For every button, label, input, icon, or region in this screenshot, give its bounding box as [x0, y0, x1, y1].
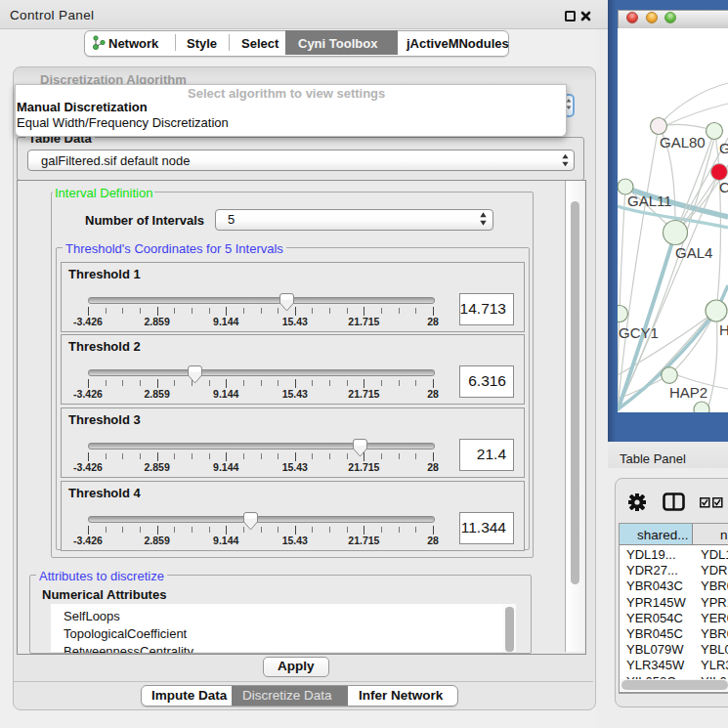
svg-text:GCY1: GCY1: [619, 324, 659, 341]
svg-text:GAL4: GAL4: [675, 244, 712, 261]
svg-text:GAL80: GAL80: [660, 134, 706, 150]
svg-text:C: C: [719, 179, 728, 195]
svg-text:H: H: [719, 321, 728, 338]
svg-text:HAP2: HAP2: [669, 384, 707, 401]
svg-text:GAL11: GAL11: [627, 193, 672, 209]
svg-text:G.: G.: [719, 140, 728, 156]
